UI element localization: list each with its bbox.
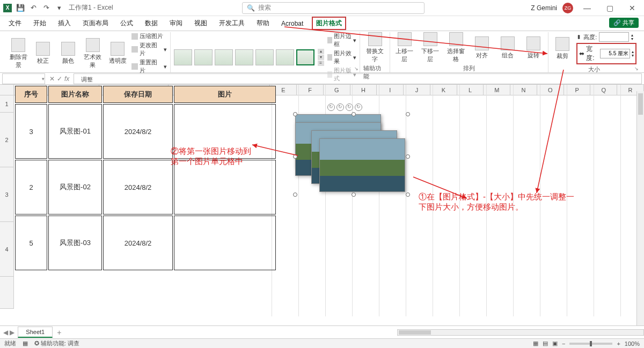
scrollbar-thumb[interactable]	[638, 93, 643, 115]
status-accessibility[interactable]: ✪ 辅助功能: 调查	[34, 339, 79, 347]
resize-handle[interactable]	[406, 192, 410, 197]
cell-name[interactable]: 风景图-01	[48, 104, 102, 159]
user-avatar[interactable]: ZG	[562, 3, 573, 13]
tab-formula[interactable]: 公式	[117, 17, 136, 30]
row-header[interactable]	[0, 277, 14, 309]
tab-picture-format[interactable]: 图片格式	[312, 17, 346, 30]
picture-border-button[interactable]: 图片边框 ▾	[327, 32, 357, 48]
height-spinner[interactable]: ▴▾	[631, 33, 633, 41]
scrollbar-thumb[interactable]	[399, 330, 431, 335]
width-input[interactable]	[600, 49, 630, 58]
row-header[interactable]: 3	[0, 167, 14, 222]
resize-handle[interactable]	[293, 154, 297, 159]
styles-dialog-launcher[interactable]: ↘	[354, 66, 358, 71]
resize-handle[interactable]	[293, 112, 297, 116]
style-thumb[interactable]	[235, 49, 253, 65]
maximize-button[interactable]: ▢	[601, 4, 618, 12]
horizontal-scrollbar[interactable]	[397, 329, 644, 336]
vertical-scrollbar[interactable]	[636, 91, 644, 325]
sheet-nav-buttons[interactable]: ◀ ▶	[0, 329, 18, 336]
width-spinner[interactable]: ▴▾	[632, 50, 634, 57]
undo-icon[interactable]: ↶	[29, 4, 38, 12]
style-thumb[interactable]	[255, 49, 274, 65]
change-picture-button[interactable]: 更改图片 ▾	[131, 41, 166, 57]
style-thumb[interactable]	[215, 49, 233, 65]
alt-text-button[interactable]: 替换文字	[364, 32, 386, 63]
zoom-percent[interactable]: 100%	[625, 340, 640, 347]
artistic-effects-button[interactable]: 艺术效果	[82, 38, 104, 69]
tab-view[interactable]: 视图	[191, 17, 210, 30]
row-header[interactable]: 1	[0, 95, 14, 113]
tab-layout[interactable]: 页面布局	[79, 17, 112, 30]
zoom-out-button[interactable]: −	[562, 340, 565, 347]
qat-more-icon[interactable]: ▾	[55, 4, 63, 12]
style-thumb[interactable]	[194, 49, 213, 65]
selected-images-group[interactable]: ↻↻↻↻	[295, 114, 408, 195]
group-button[interactable]: 组合	[496, 36, 519, 60]
spreadsheet-grid[interactable]: A B C D E F G H I J K L M N O P Q R 1 2 …	[0, 85, 644, 316]
resize-handle[interactable]	[406, 154, 410, 159]
size-dialog-launcher[interactable]: ↘	[634, 66, 639, 71]
resize-handle[interactable]	[352, 192, 356, 197]
resize-handle[interactable]	[293, 192, 297, 197]
view-break-icon[interactable]: ▣	[552, 340, 558, 347]
style-thumb[interactable]	[276, 49, 294, 65]
cell-date[interactable]: 2024/8/2	[103, 216, 173, 270]
status-macro-icon[interactable]: ▦	[23, 340, 28, 347]
enter-formula-icon[interactable]: ✓	[57, 75, 62, 83]
rotate-button[interactable]: 旋转	[522, 36, 545, 60]
style-thumb[interactable]	[174, 49, 192, 65]
cell-image[interactable]	[174, 160, 276, 214]
view-page-icon[interactable]: ▤	[543, 340, 548, 347]
style-thumb-selected[interactable]	[296, 49, 314, 65]
close-button[interactable]: ✕	[624, 4, 641, 12]
color-button[interactable]: 颜色	[57, 42, 79, 65]
tab-dev[interactable]: 开发工具	[216, 17, 248, 30]
compress-pictures-button[interactable]: 压缩图片	[131, 32, 166, 40]
cell-date[interactable]: 2024/8/2	[103, 160, 173, 214]
cell-image[interactable]	[174, 216, 276, 270]
selection-pane-button[interactable]: 选择窗格	[445, 32, 467, 63]
search-box[interactable]: 🔍 搜索	[242, 2, 425, 14]
gallery-expand-button[interactable]: ▴▾≡	[318, 49, 324, 66]
zoom-slider[interactable]	[569, 343, 612, 345]
name-box[interactable]: ▾	[2, 73, 45, 84]
send-backward-button[interactable]: 下移一层	[419, 32, 442, 63]
fx-icon[interactable]: fx	[64, 75, 69, 83]
height-input[interactable]	[599, 32, 629, 42]
cell-name[interactable]: 风景图-02	[48, 160, 102, 214]
tab-help[interactable]: 帮助	[253, 17, 273, 30]
add-sheet-button[interactable]: +	[53, 328, 65, 337]
tab-insert[interactable]: 插入	[55, 17, 74, 30]
tab-data[interactable]: 数据	[142, 17, 161, 30]
redo-icon[interactable]: ↷	[42, 4, 50, 12]
remove-background-button[interactable]: 删除背景	[8, 38, 29, 69]
select-all-corner[interactable]	[0, 85, 14, 95]
row-header[interactable]: 4	[0, 222, 14, 277]
cell-name[interactable]: 风景图-03	[48, 216, 102, 270]
crop-button[interactable]: 裁剪	[552, 37, 573, 60]
reset-picture-button[interactable]: 重置图片 ▾	[131, 58, 166, 75]
view-normal-icon[interactable]: ▦	[533, 340, 538, 347]
cell-num[interactable]: 5	[15, 216, 47, 270]
inserted-picture[interactable]	[319, 138, 405, 192]
tab-acrobat[interactable]: Acrobat	[278, 18, 306, 29]
minimize-button[interactable]: —	[579, 4, 596, 12]
row-header[interactable]: 2	[0, 113, 14, 167]
cell-num[interactable]: 2	[15, 160, 47, 214]
tab-home[interactable]: 开始	[30, 17, 49, 30]
share-button[interactable]: 🔗 共享	[609, 18, 639, 28]
formula-input[interactable]	[74, 73, 642, 84]
tab-file[interactable]: 文件	[5, 17, 25, 30]
zoom-in-button[interactable]: +	[617, 340, 620, 347]
resize-handle[interactable]	[352, 112, 356, 116]
corrections-button[interactable]: 校正	[32, 42, 54, 65]
picture-style-gallery[interactable]	[174, 49, 314, 65]
picture-effects-button[interactable]: 图片效果 ▾	[327, 49, 357, 65]
cell-num[interactable]: 3	[15, 104, 47, 159]
save-icon[interactable]: 💾	[16, 4, 25, 12]
cell-date[interactable]: 2024/8/2	[103, 104, 173, 159]
sheet-tab-active[interactable]: Sheet1	[18, 327, 53, 338]
transparency-button[interactable]: 透明度	[107, 42, 128, 65]
resize-handle[interactable]	[406, 112, 410, 116]
